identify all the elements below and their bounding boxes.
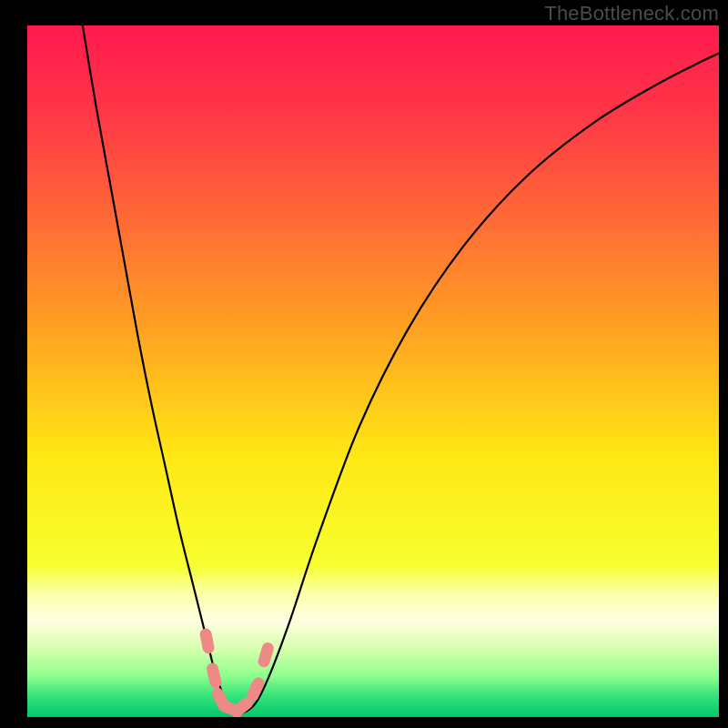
chart-plot-area: [27, 25, 719, 717]
chart-svg: [27, 25, 719, 717]
watermark-text: TheBottleneck.com: [544, 2, 719, 25]
outer-frame: TheBottleneck.com: [0, 0, 728, 728]
chart-background: [27, 25, 719, 717]
